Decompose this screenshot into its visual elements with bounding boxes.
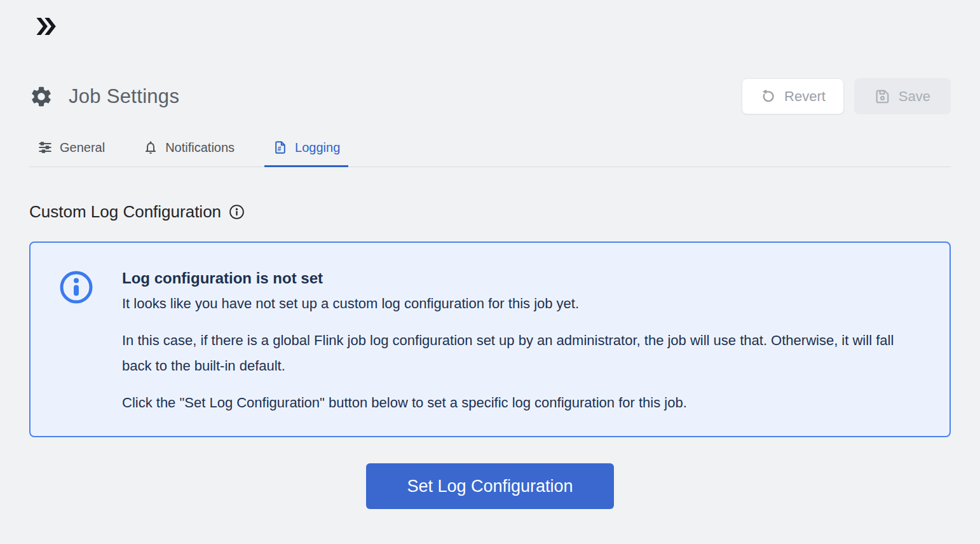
primary-action-row: Set Log Configuration — [29, 463, 951, 509]
tab-logging-label: Logging — [295, 140, 340, 155]
save-button-label: Save — [899, 88, 930, 105]
alert-paragraph: In this case, if there is a global Flink… — [122, 328, 922, 379]
log-file-icon: # — [273, 140, 288, 155]
undo-icon — [760, 88, 776, 104]
page-header: Job Settings Revert — [29, 78, 951, 114]
section-heading: Custom Log Configuration — [29, 201, 951, 222]
tab-notifications-label: Notifications — [165, 140, 235, 155]
revert-button[interactable]: Revert — [742, 78, 844, 114]
save-icon — [875, 88, 890, 104]
gear-icon — [29, 85, 53, 109]
svg-text:#: # — [278, 146, 282, 153]
sliders-icon — [37, 140, 53, 155]
section-heading-label: Custom Log Configuration — [29, 201, 221, 222]
revert-button-label: Revert — [784, 88, 826, 105]
tab-bar: General Notifications # Logging — [29, 137, 951, 167]
alert-paragraph: Click the "Set Log Configuration" button… — [122, 390, 922, 416]
alert-title: Log configuration is not set — [122, 269, 922, 287]
collapse-panel-button[interactable] — [34, 17, 56, 36]
info-alert: Log configuration is not set It looks li… — [29, 241, 951, 437]
info-outline-icon[interactable] — [229, 204, 245, 220]
tab-general-label: General — [60, 140, 105, 155]
job-settings-page: Job Settings Revert — [0, 0, 980, 544]
save-button[interactable]: Save — [854, 78, 951, 114]
alert-paragraph: It looks like you have not set up a cust… — [122, 291, 922, 316]
page-title: Job Settings — [69, 85, 179, 108]
set-log-configuration-button[interactable]: Set Log Configuration — [366, 463, 614, 509]
tab-logging[interactable]: # Logging — [264, 137, 348, 167]
double-chevron-right-icon — [34, 17, 56, 36]
tab-notifications[interactable]: Notifications — [135, 137, 243, 167]
bell-icon — [143, 140, 158, 155]
logging-tab-panel: Custom Log Configuration Log configurati… — [29, 201, 951, 509]
tab-general[interactable]: General — [29, 137, 113, 167]
info-circle-icon — [58, 269, 94, 416]
